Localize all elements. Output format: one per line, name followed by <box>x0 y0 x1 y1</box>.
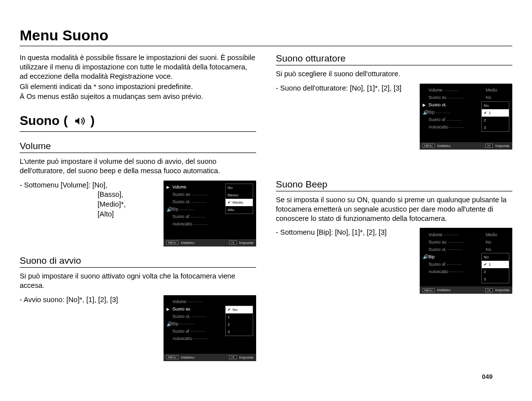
intro-note: Ä Os menus estão sujeitos a mudanças sem… <box>20 92 256 101</box>
beep-rule <box>276 191 512 191</box>
shutter-text: Si può scegliere il suono dell'otturator… <box>276 69 512 79</box>
left-column: In questa modalità è possibile fissare l… <box>20 53 256 361</box>
page-number: 049 <box>482 373 493 380</box>
startup-rule <box>20 267 256 268</box>
beep-lcd: VolumeMedioSuono av.NoSuono ot.No🔊Bip:Su… <box>420 228 512 294</box>
beep-submenu-row: - Sottomenu [Bip]: [No], [1]*, [2], [3] … <box>276 228 512 294</box>
close-paren: ) <box>91 113 95 128</box>
startup-submenu-row: - Avvio suono: [No]*, [1], [2], [3] Volu… <box>20 295 256 361</box>
sound-rule <box>20 131 256 132</box>
shutter-rule <box>276 65 512 65</box>
startup-lcd: Volume▶Suono av.:Suono ot.🔊BipSuono afAu… <box>164 295 256 361</box>
volume-submenu-text: - Sottomenu [Volume]: [No], [Basso], [Me… <box>20 181 126 219</box>
shutter-lcd: VolumeMedioSuono av.No▶Suono ot.:🔊BipSuo… <box>420 84 512 150</box>
open-paren: ( <box>64 113 68 128</box>
page-title: Menu Suono <box>20 27 512 44</box>
beep-text: Se si imposta il suono su ON, quando si … <box>276 195 512 223</box>
right-column: Suono otturatore Si può scegliere il suo… <box>276 53 512 361</box>
volume-submenu-row: - Sottomenu [Volume]: [No], [Basso], [Me… <box>20 181 256 247</box>
sound-section-title: Suono <box>20 113 60 128</box>
beep-heading: Suono Beep <box>276 179 512 190</box>
volume-heading: Volume <box>20 141 256 152</box>
startup-text: Si può impostare il suono attivato ogni … <box>20 272 256 290</box>
volume-rule <box>20 153 256 153</box>
shutter-heading: Suono otturatore <box>276 53 512 64</box>
startup-submenu: - Avvio suono: [No]*, [1], [2], [3] <box>20 295 118 305</box>
volume-submenu-options: [Basso], [Medio]*, [Alto] <box>20 190 126 219</box>
beep-submenu: - Sottomenu [Bip]: [No], [1]*, [2], [3] <box>276 228 387 238</box>
volume-text: L'utente può impostare il volume del suo… <box>20 157 256 176</box>
sound-section-heading: Suono ( ) <box>20 113 256 128</box>
shutter-submenu: - Suono dell'otturatore: [No], [1]*, [2]… <box>276 84 401 93</box>
intro-bullet: Gli elementi indicati da * sono impostaz… <box>20 82 256 92</box>
volume-submenu-label: - Sottomenu [Volume]: [No], <box>20 181 107 189</box>
intro-block: In questa modalità è possibile fissare l… <box>20 53 256 101</box>
volume-lcd: ▶Volume:Suono av.Suono ot.🔊BipSuono afAu… <box>164 181 256 247</box>
two-column-layout: In questa modalità è possibile fissare l… <box>20 53 512 361</box>
speaker-icon <box>72 115 87 127</box>
startup-heading: Suono di avvio <box>20 255 256 266</box>
intro-paragraph: In questa modalità è possibile fissare l… <box>20 53 256 81</box>
title-rule <box>20 46 512 46</box>
shutter-submenu-row: - Suono dell'otturatore: [No], [1]*, [2]… <box>276 84 512 150</box>
